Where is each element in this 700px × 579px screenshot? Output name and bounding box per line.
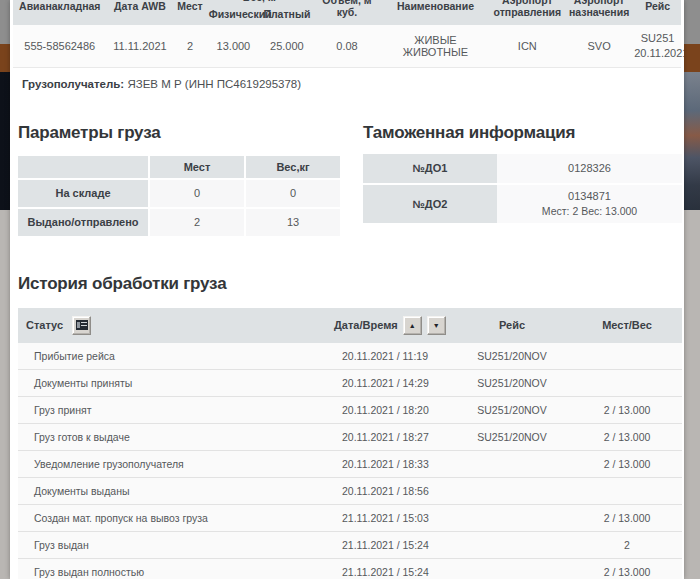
params-weight-value: 0 xyxy=(246,180,340,207)
col-header-flight: Рейс xyxy=(634,0,681,25)
history-status: Груз выдан xyxy=(18,539,334,551)
history-datetime: 21.11.2021 / 15:24 xyxy=(334,566,452,578)
history-col-status: Статус xyxy=(18,316,334,335)
history-datetime: 20.11.2021 / 18:33 xyxy=(334,458,452,470)
col-header-weight-paid: Платный xyxy=(260,3,313,25)
awb-date: 11.11.2021 xyxy=(107,25,174,67)
sort-ascending-button[interactable]: ▲ xyxy=(403,316,422,335)
awb-summary-section: Авианакладная Дата AWB Мест Вес, кг Объе… xyxy=(10,0,684,68)
history-datetime: 21.11.2021 / 15:03 xyxy=(334,512,452,524)
customs-row-label: №ДО1 xyxy=(363,154,497,184)
customs-title: Таможенная информация xyxy=(363,123,682,143)
col-header-volume: Объем, м куб. xyxy=(314,0,381,25)
history-status: Уведомление грузополучателя xyxy=(18,458,334,470)
customs-table: №ДО1 0128326 №ДО2 0134871 Мест: 2 Вес: 1… xyxy=(363,154,682,225)
history-row: Прибытие рейса 20.11.2021 / 11:19 SU251/… xyxy=(18,343,682,370)
history-row: Груз выдан 21.11.2021 / 15:24 2 xyxy=(18,532,682,559)
awb-summary-table: Авианакладная Дата AWB Мест Вес, кг Объе… xyxy=(13,0,681,68)
params-row-label: На складе xyxy=(18,180,148,207)
params-row-label: Выдано/отправлено xyxy=(18,209,148,236)
history-places-weight: 2 / 13.000 xyxy=(572,566,682,578)
history-col-places-weight: Мест/Вес xyxy=(572,319,682,331)
customs-row-value: 0128326 xyxy=(497,154,682,184)
weight-physical-value: 13.000 xyxy=(207,25,260,67)
history-flight: SU251/20NOV xyxy=(452,350,572,362)
sort-descending-button[interactable]: ▼ xyxy=(427,316,446,335)
customs-row-do1: №ДО1 0128326 xyxy=(363,154,682,184)
col-header-places: Мест xyxy=(173,0,206,25)
cargo-params-table: Мест Вес,кг На складе 0 0 Выдано/отправл… xyxy=(16,154,342,238)
history-table: Статус Дата/Время ▲ ▼ Рейс Мест/Вес xyxy=(18,308,682,579)
history-col-flight: Рейс xyxy=(452,319,572,331)
col-header-destination: Аэропорт назначения xyxy=(564,0,634,25)
history-row: Груз выдан полностью 21.11.2021 / 15:24 … xyxy=(18,559,682,579)
history-row: Груз принят 20.11.2021 / 18:20 SU251/20N… xyxy=(18,397,682,424)
weight-paid-value: 25.000 xyxy=(260,25,313,67)
history-flight: SU251/20NOV xyxy=(452,431,572,443)
history-col-datetime: Дата/Время ▲ ▼ xyxy=(334,316,452,335)
params-col-weight: Вес,кг xyxy=(246,156,340,178)
history-places-weight: 2 / 13.000 xyxy=(572,404,682,416)
history-status: Документы выданы xyxy=(18,485,334,497)
flight-value: SU251 20.11.2021 xyxy=(634,25,681,67)
history-status: Прибытие рейса xyxy=(18,350,334,362)
col-header-origin: Аэропорт отправления xyxy=(491,0,564,25)
flight-date: 20.11.2021 xyxy=(634,46,681,61)
customs-doc-number: 0134871 xyxy=(497,189,682,204)
consignee-value: ЯЗЕВ М Р (ИНН ПС4619295378) xyxy=(127,78,301,90)
params-places-value: 0 xyxy=(150,180,244,207)
flight-number: SU251 xyxy=(634,31,681,46)
history-places-weight: 2 / 13.000 xyxy=(572,458,682,470)
history-status: Груз выдан полностью xyxy=(18,566,334,578)
customs-doc-details: Мест: 2 Вес: 13.000 xyxy=(497,204,682,218)
info-sections: Параметры груза Мест Вес,кг На складе 0 … xyxy=(10,123,684,238)
history-places-weight: 2 xyxy=(572,539,682,551)
history-row: Документы приняты 20.11.2021 / 14:29 SU2… xyxy=(18,370,682,397)
customs-row-value: 0134871 Мест: 2 Вес: 13.000 xyxy=(497,184,682,224)
col-header-name: Наименование xyxy=(380,0,490,25)
content-card: Авианакладная Дата AWB Мест Вес, кг Объе… xyxy=(10,0,684,579)
params-row-issued: Выдано/отправлено 2 13 xyxy=(18,209,340,236)
status-filter-button[interactable] xyxy=(72,316,91,335)
destination-airport-code: SVO xyxy=(564,25,634,67)
history-row: Документы выданы 20.11.2021 / 18:56 xyxy=(18,478,682,505)
history-section: История обработки груза Статус Дата/Врем… xyxy=(18,274,682,579)
col-header-weight-physical: Физический xyxy=(207,3,260,25)
params-places-value: 2 xyxy=(150,209,244,236)
status-header-label: Статус xyxy=(26,319,63,331)
cargo-params-section: Параметры груза Мест Вес,кг На складе 0 … xyxy=(18,123,347,238)
arrow-down-icon: ▼ xyxy=(433,322,440,329)
col-header-awb: Авианакладная xyxy=(13,0,107,25)
col-header-awb-date: Дата AWB xyxy=(107,0,174,25)
history-datetime: 20.11.2021 / 18:56 xyxy=(334,485,452,497)
history-row: Уведомление грузополучателя 20.11.2021 /… xyxy=(18,451,682,478)
params-row-in-warehouse: На складе 0 0 xyxy=(18,180,340,207)
origin-airport-code: ICN xyxy=(491,25,564,67)
arrow-up-icon: ▲ xyxy=(409,322,416,329)
customs-section: Таможенная информация №ДО1 0128326 №ДО2 … xyxy=(363,123,682,238)
history-status: Создан мат. пропуск на вывоз груза xyxy=(18,512,334,524)
history-datetime: 20.11.2021 / 18:27 xyxy=(334,431,452,443)
history-datetime: 20.11.2021 / 18:20 xyxy=(334,404,452,416)
history-status: Груз готов к выдаче xyxy=(18,431,334,443)
datetime-header-label: Дата/Время xyxy=(334,319,398,331)
volume-value: 0.08 xyxy=(314,25,381,67)
params-col-places: Мест xyxy=(150,156,244,178)
consignee-line: Грузополучатель: ЯЗЕВ М Р (ИНН ПС4619295… xyxy=(10,68,684,101)
places-value: 2 xyxy=(173,25,206,67)
history-datetime: 21.11.2021 / 15:24 xyxy=(334,539,452,551)
customs-row-do2: №ДО2 0134871 Мест: 2 Вес: 13.000 xyxy=(363,184,682,224)
awb-summary-row: 555-58562486 11.11.2021 2 13.000 25.000 … xyxy=(13,25,681,67)
cargo-params-title: Параметры груза xyxy=(18,123,347,143)
history-datetime: 20.11.2021 / 14:29 xyxy=(334,377,452,389)
history-row: Груз готов к выдаче 20.11.2021 / 18:27 S… xyxy=(18,424,682,451)
history-flight: SU251/20NOV xyxy=(452,377,572,389)
history-status: Груз принят xyxy=(18,404,334,416)
params-corner-cell xyxy=(18,156,148,178)
banner-photo-right xyxy=(684,72,700,210)
consignee-label: Грузополучатель: xyxy=(22,78,124,90)
history-status: Документы приняты xyxy=(18,377,334,389)
params-weight-value: 13 xyxy=(246,209,340,236)
customs-row-label: №ДО2 xyxy=(363,184,497,224)
list-filter-icon xyxy=(76,320,88,330)
